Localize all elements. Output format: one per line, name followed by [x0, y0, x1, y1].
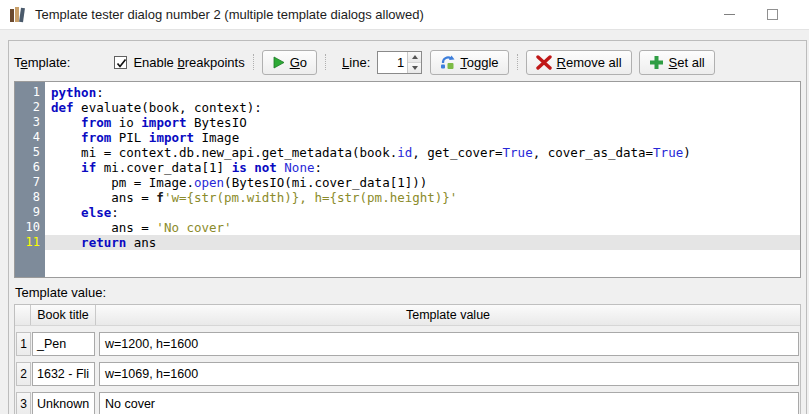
row-number-cell[interactable]: 2 — [16, 362, 31, 386]
line-number[interactable]: 4 — [15, 130, 40, 145]
code-token: mi.cover_data[1] — [96, 160, 231, 175]
code-token: if — [81, 160, 96, 175]
table-row[interactable]: 21632 - Fliw=1069, h=1600 — [16, 362, 799, 386]
line-number[interactable]: 10 — [15, 220, 40, 235]
remove-all-button[interactable]: Remove all — [526, 50, 632, 75]
code-token: pm = Image. — [51, 175, 194, 190]
line-number[interactable]: 7 — [15, 175, 40, 190]
line-number[interactable]: 3 — [15, 115, 40, 130]
code-token: ans = — [51, 220, 156, 235]
code-line[interactable]: return ans — [45, 235, 800, 250]
code-token: True — [653, 145, 683, 160]
template-toolbar: Template: Enable breakpoints Go Line: 1 — [14, 49, 801, 75]
line-number[interactable]: 6 — [15, 160, 40, 175]
template-value-cell[interactable]: No cover — [99, 392, 799, 414]
maximize-icon — [767, 9, 778, 20]
code-token: None — [284, 160, 314, 175]
code-token: : — [111, 205, 119, 220]
code-token — [51, 115, 81, 130]
code-token: BytesIO — [186, 115, 246, 130]
row-number-cell[interactable]: 3 — [16, 392, 31, 414]
up-arrow-icon — [412, 55, 418, 59]
line-number-value[interactable]: 1 — [378, 52, 407, 73]
code-token: PIL — [111, 130, 149, 145]
book-title-cell[interactable]: Unknown — [32, 392, 95, 414]
code-token: from — [81, 115, 111, 130]
code-token: id — [397, 145, 412, 160]
template-code-editor[interactable]: 1234567891011 python:def evaluate(book, … — [14, 81, 801, 278]
toolbar-separator — [253, 54, 254, 70]
book-title-cell[interactable]: _Pen — [32, 332, 95, 356]
line-number[interactable]: 8 — [15, 190, 40, 205]
code-token: from — [81, 130, 111, 145]
code-line[interactable]: ans = 'No cover' — [45, 220, 800, 235]
code-line[interactable]: def evaluate(book, context): — [45, 100, 800, 115]
template-value-cell[interactable]: w=1200, h=1600 — [99, 332, 799, 356]
table-row[interactable]: 1_Penw=1200, h=1600 — [16, 332, 799, 356]
line-number-gutter[interactable]: 1234567891011 — [15, 82, 45, 277]
book-title-column-header[interactable]: Book title — [31, 305, 96, 325]
checkbox-box[interactable] — [114, 56, 127, 69]
code-token — [51, 130, 81, 145]
code-token — [51, 235, 81, 250]
spinner-down-button[interactable] — [408, 63, 421, 73]
code-line[interactable]: else: — [45, 205, 800, 220]
toggle-button[interactable]: Toggle — [430, 50, 508, 75]
checkmark-icon — [115, 57, 128, 70]
code-token: ans — [126, 235, 156, 250]
go-button[interactable]: Go — [262, 50, 317, 75]
code-token: io — [111, 115, 141, 130]
code-token: : — [96, 85, 104, 100]
code-token — [51, 160, 81, 175]
code-token: mi = context.db.new_api.get_metadata(boo… — [51, 145, 397, 160]
code-token: else — [81, 205, 111, 220]
go-button-label: Go — [290, 55, 307, 70]
template-value-label: Template value: — [15, 285, 806, 300]
plus-icon — [649, 55, 664, 70]
table-row[interactable]: 3UnknownNo cover — [16, 392, 799, 414]
book-title-cell[interactable]: 1632 - Fli — [32, 362, 95, 386]
line-number[interactable]: 2 — [15, 100, 40, 115]
code-line[interactable]: mi = context.db.new_api.get_metadata(boo… — [45, 145, 800, 160]
code-token: f — [156, 190, 164, 205]
code-line[interactable]: from io import BytesIO — [45, 115, 800, 130]
maximize-button[interactable] — [755, 0, 789, 29]
set-all-label: Set all — [669, 55, 705, 70]
line-number[interactable]: 1 — [15, 85, 40, 100]
template-value-column-header[interactable]: Template value — [96, 305, 800, 325]
row-number-cell[interactable]: 1 — [16, 332, 31, 356]
code-line[interactable]: python: — [45, 85, 800, 100]
code-line[interactable]: from PIL import Image — [45, 130, 800, 145]
code-token: return — [81, 235, 126, 250]
code-area[interactable]: python:def evaluate(book, context): from… — [45, 82, 800, 277]
code-token: Image — [194, 130, 239, 145]
code-line[interactable]: ans = f'w={str(pm.width)}, h={str(pm.hei… — [45, 190, 800, 205]
code-token: evaluate(book, context): — [74, 100, 262, 115]
remove-x-icon — [536, 55, 552, 70]
line-label: Line: — [342, 55, 370, 70]
enable-breakpoints-checkbox[interactable]: Enable breakpoints — [114, 55, 244, 70]
code-line[interactable]: if mi.cover_data[1] is not None: — [45, 160, 800, 175]
toolbar-separator — [325, 54, 326, 70]
set-all-button[interactable]: Set all — [639, 50, 715, 75]
line-number-spinner[interactable]: 1 — [377, 51, 422, 74]
code-line[interactable]: pm = Image.open(BytesIO(mi.cover_data[1]… — [45, 175, 800, 190]
calibre-app-icon — [9, 6, 27, 23]
remove-all-label: Remove all — [557, 55, 622, 70]
code-token: : — [314, 160, 322, 175]
line-number[interactable]: 5 — [15, 145, 40, 160]
line-number[interactable]: 9 — [15, 205, 40, 220]
code-token: , cover_as_data= — [533, 145, 653, 160]
code-token: import — [149, 130, 194, 145]
code-token: , get_cover= — [412, 145, 502, 160]
code-token: 'No cover' — [156, 220, 231, 235]
template-value-table[interactable]: Book title Template value 1_Penw=1200, h… — [14, 304, 801, 414]
spinner-up-button[interactable] — [408, 52, 421, 63]
template-value-cell[interactable]: w=1069, h=1600 — [99, 362, 799, 386]
minimize-button[interactable] — [712, 0, 746, 29]
line-number[interactable]: 11 — [15, 235, 40, 250]
code-token: python — [51, 85, 96, 100]
template-label: Template: — [14, 55, 70, 70]
code-token: not — [254, 160, 277, 175]
code-token: is — [232, 160, 247, 175]
